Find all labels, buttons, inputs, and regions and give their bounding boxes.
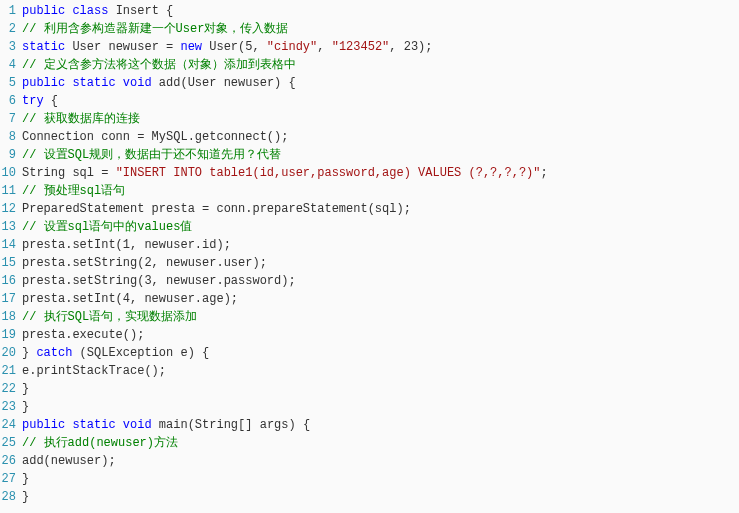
token-plain: PreparedStatement presta = conn.prepareS… (22, 202, 411, 216)
line-number: 16 (0, 272, 22, 290)
code-line: 23 } (0, 398, 548, 416)
line-number: 23 (0, 398, 22, 416)
token-plain (116, 418, 123, 432)
token-kw: public (22, 76, 65, 90)
token-plain: , 23); (389, 40, 432, 54)
token-plain: , (317, 40, 331, 54)
code-line: 5 public static void add(User newuser) { (0, 74, 548, 92)
line-number: 26 (0, 452, 22, 470)
code-line: 12 PreparedStatement presta = conn.prepa… (0, 200, 548, 218)
code-line: 2 // 利用含参构造器新建一个User对象，传入数据 (0, 20, 548, 38)
line-content: add(newuser); (22, 452, 116, 470)
line-content: // 定义含参方法将这个数据（对象）添加到表格中 (22, 56, 296, 74)
token-kw: void (123, 418, 152, 432)
line-number: 28 (0, 488, 22, 506)
token-plain: main(String[] args) { (152, 418, 310, 432)
code-line: 22 } (0, 380, 548, 398)
token-plain: } (22, 472, 29, 486)
line-content: // 设置sql语句中的values值 (22, 218, 192, 236)
token-plain: ; (541, 166, 548, 180)
code-line: 13 // 设置sql语句中的values值 (0, 218, 548, 236)
code-line: 8 Connection conn = MySQL.getconnect(); (0, 128, 548, 146)
line-number: 6 (0, 92, 22, 110)
code-line: 3 static User newuser = new User(5, "cin… (0, 38, 548, 56)
line-content: // 执行SQL语句，实现数据添加 (22, 308, 197, 326)
token-plain: User newuser = (65, 40, 180, 54)
line-number: 20 (0, 344, 22, 362)
token-plain: presta.setInt(4, newuser.age); (22, 292, 238, 306)
code-line: 16 presta.setString(3, newuser.password)… (0, 272, 548, 290)
code-line: 6 try { (0, 92, 548, 110)
line-number: 12 (0, 200, 22, 218)
token-kw: try (22, 94, 44, 108)
line-content: // 预处理sql语句 (22, 182, 125, 200)
code-line: 1 public class Insert { (0, 2, 548, 20)
code-lines: 1 public class Insert {2 // 利用含参构造器新建一个U… (0, 2, 548, 506)
line-number: 1 (0, 2, 22, 20)
token-plain: Connection conn = MySQL.getconnect(); (22, 130, 288, 144)
line-content: // 执行add(newuser)方法 (22, 434, 178, 452)
token-kw: class (72, 4, 108, 18)
line-content: e.printStackTrace(); (22, 362, 166, 380)
token-plain: User(5, (202, 40, 267, 54)
line-content: PreparedStatement presta = conn.prepareS… (22, 200, 411, 218)
token-comment: // 设置sql语句中的values值 (22, 220, 192, 234)
code-line: 17 presta.setInt(4, newuser.age); (0, 290, 548, 308)
line-content: try { (22, 92, 58, 110)
token-kw: static (72, 418, 115, 432)
token-comment: // 利用含参构造器新建一个User对象，传入数据 (22, 22, 288, 36)
line-content: Connection conn = MySQL.getconnect(); (22, 128, 288, 146)
line-content: } (22, 488, 29, 506)
line-number: 25 (0, 434, 22, 452)
line-content: presta.setInt(4, newuser.age); (22, 290, 238, 308)
code-line: 9 // 设置SQL规则，数据由于还不知道先用？代替 (0, 146, 548, 164)
line-content: } (22, 398, 29, 416)
line-number: 10 (0, 164, 22, 182)
token-plain: e.printStackTrace(); (22, 364, 166, 378)
token-string: "123452" (332, 40, 390, 54)
code-line: 20 } catch (SQLException e) { (0, 344, 548, 362)
token-plain: { (44, 94, 58, 108)
code-line: 18 // 执行SQL语句，实现数据添加 (0, 308, 548, 326)
line-number: 9 (0, 146, 22, 164)
token-kw: public (22, 4, 65, 18)
line-content: static User newuser = new User(5, "cindy… (22, 38, 433, 56)
line-number: 5 (0, 74, 22, 92)
token-plain: } (22, 400, 29, 414)
code-line: 21 e.printStackTrace(); (0, 362, 548, 380)
token-plain: add(newuser); (22, 454, 116, 468)
code-line: 24 public static void main(String[] args… (0, 416, 548, 434)
line-number: 3 (0, 38, 22, 56)
token-plain (116, 76, 123, 90)
code-line: 4 // 定义含参方法将这个数据（对象）添加到表格中 (0, 56, 548, 74)
line-number: 4 (0, 56, 22, 74)
token-plain: add(User newuser) { (152, 76, 296, 90)
line-number: 21 (0, 362, 22, 380)
token-string: "cindy" (267, 40, 317, 54)
code-line: 7 // 获取数据库的连接 (0, 110, 548, 128)
token-comment: // 执行SQL语句，实现数据添加 (22, 310, 197, 324)
line-content: presta.setString(2, newuser.user); (22, 254, 267, 272)
code-block: 1 public class Insert {2 // 利用含参构造器新建一个U… (0, 2, 739, 506)
code-line: 14 presta.setInt(1, newuser.id); (0, 236, 548, 254)
token-plain: } (22, 490, 29, 504)
code-line: 19 presta.execute(); (0, 326, 548, 344)
token-plain: presta.setString(3, newuser.password); (22, 274, 296, 288)
token-plain: presta.setInt(1, newuser.id); (22, 238, 231, 252)
token-plain: String sql = (22, 166, 116, 180)
token-kw: static (72, 76, 115, 90)
line-number: 17 (0, 290, 22, 308)
line-number: 18 (0, 308, 22, 326)
line-number: 13 (0, 218, 22, 236)
line-content: } catch (SQLException e) { (22, 344, 209, 362)
token-string: "INSERT INTO table1(id,user,password,age… (116, 166, 541, 180)
line-content: presta.execute(); (22, 326, 144, 344)
token-comment: // 执行add(newuser)方法 (22, 436, 178, 450)
token-comment: // 预处理sql语句 (22, 184, 125, 198)
token-plain: } (22, 382, 29, 396)
line-number: 27 (0, 470, 22, 488)
line-number: 2 (0, 20, 22, 38)
line-number: 8 (0, 128, 22, 146)
token-comment: // 设置SQL规则，数据由于还不知道先用？代替 (22, 148, 281, 162)
token-plain: presta.execute(); (22, 328, 144, 342)
